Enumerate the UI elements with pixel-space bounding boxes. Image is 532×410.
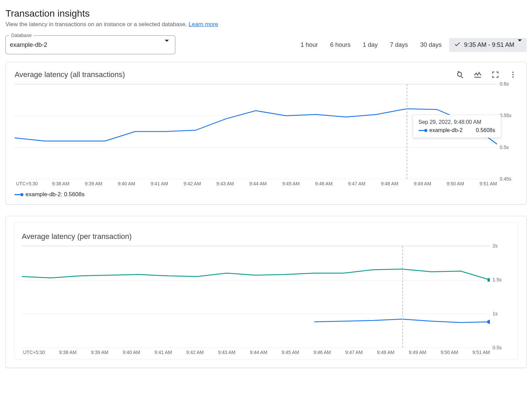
database-select[interactable]: Database example-db-2: [5, 35, 175, 54]
tooltip-series-name: example-db-2: [429, 127, 463, 133]
chevron-down-icon: [165, 42, 169, 48]
svg-rect-3: [487, 278, 490, 282]
y-tick: 1s: [493, 311, 498, 316]
x-tick: 9:45 AM: [282, 350, 299, 355]
chart-card-all-transactions: Average latency (all transactions): [5, 62, 527, 204]
legend-marker: [15, 194, 22, 195]
x-tick: 9:51 AM: [473, 350, 490, 355]
chart2-title: Average latency (per transaction): [22, 232, 510, 241]
x-tick: 9:45 AM: [282, 181, 300, 186]
chart1-title: Average latency (all transactions): [15, 70, 125, 79]
x-tick: 9:50 AM: [447, 181, 464, 186]
x-tick: 9:39 AM: [85, 181, 102, 186]
chart2-yaxis: 2s1.5s1s0.5s: [490, 246, 510, 348]
reset-zoom-icon[interactable]: [456, 70, 464, 79]
x-tick: 9:46 AM: [314, 350, 331, 355]
svg-point-2: [512, 76, 514, 78]
range-6hours[interactable]: 6 hours: [325, 38, 355, 52]
y-tick: 0.5s: [493, 345, 501, 350]
chart2-tz: UTC+5:30: [22, 350, 59, 355]
database-select-label: Database: [9, 33, 34, 38]
svg-point-0: [512, 72, 514, 73]
x-tick: 9:42 AM: [183, 181, 201, 186]
chart2-lines: [22, 246, 490, 348]
chart1-plot-area[interactable]: Sep 29, 2022, 9:48:00 AM example-db-2 0.…: [15, 84, 517, 179]
x-tick: 9:38 AM: [52, 181, 69, 186]
check-icon: [454, 41, 461, 49]
y-tick: 0.55s: [500, 113, 511, 118]
tooltip-series-marker: [419, 130, 426, 131]
x-tick: 9:44 AM: [249, 181, 267, 186]
y-tick: 0.5s: [500, 145, 509, 150]
range-custom[interactable]: 9:35 AM - 9:51 AM: [449, 38, 527, 52]
range-30days[interactable]: 30 days: [415, 38, 446, 52]
x-tick: 9:42 AM: [186, 350, 203, 355]
chart2-plot-area[interactable]: 2s1.5s1s0.5s: [22, 246, 510, 348]
x-tick: 9:40 AM: [123, 350, 140, 355]
chart1-cursor: [407, 84, 407, 179]
x-tick: 9:38 AM: [59, 350, 76, 355]
tooltip-time: Sep 29, 2022, 9:48:00 AM: [419, 119, 495, 125]
chevron-down-icon: [518, 41, 522, 49]
chart2-cursor: [402, 246, 403, 348]
y-tick: 0.45s: [500, 176, 511, 182]
svg-point-1: [512, 74, 514, 75]
subtitle-text: View the latency in transactions on an i…: [5, 21, 187, 27]
y-tick: 2s: [493, 243, 498, 248]
x-tick: 9:44 AM: [250, 350, 267, 355]
legend-text: example-db-2: 0.5608s: [25, 191, 85, 198]
x-tick: 9:51 AM: [480, 181, 497, 186]
range-custom-label: 9:35 AM - 9:51 AM: [464, 41, 514, 49]
x-tick: 9:47 AM: [348, 181, 365, 186]
x-tick: 9:49 AM: [414, 181, 431, 186]
learn-more-link[interactable]: Learn more: [189, 21, 218, 27]
svg-point-4: [487, 320, 490, 324]
database-select-value: example-db-2: [10, 41, 47, 49]
range-1hour[interactable]: 1 hour: [296, 38, 323, 52]
more-icon[interactable]: [509, 70, 517, 79]
page-title: Transaction insights: [5, 8, 527, 19]
x-tick: 9:43 AM: [218, 350, 235, 355]
x-tick: 9:40 AM: [118, 181, 135, 186]
x-tick: 9:41 AM: [155, 350, 172, 355]
x-tick: 9:50 AM: [441, 350, 458, 355]
x-tick: 9:47 AM: [345, 350, 362, 355]
chart-card-per-transaction-outer: Average latency (per transaction) 2s1.5s…: [5, 216, 527, 368]
y-tick: 0.6s: [500, 81, 509, 87]
x-tick: 9:46 AM: [315, 181, 333, 186]
range-7days[interactable]: 7 days: [385, 38, 413, 52]
x-tick: 9:48 AM: [381, 181, 398, 186]
range-1day[interactable]: 1 day: [358, 38, 383, 52]
x-tick: 9:39 AM: [91, 350, 108, 355]
chart-card-per-transaction: Average latency (per transaction) 2s1.5s…: [14, 222, 518, 359]
chart1-legend[interactable]: example-db-2: 0.5608s: [15, 191, 517, 198]
x-tick: 9:43 AM: [216, 181, 234, 186]
x-tick: 9:41 AM: [150, 181, 168, 186]
y-tick: 1.5s: [493, 277, 501, 282]
page-subtitle: View the latency in transactions on an i…: [5, 21, 527, 28]
chart1-tooltip: Sep 29, 2022, 9:48:00 AM example-db-2 0.…: [413, 115, 501, 138]
tooltip-value: 0.5608s: [476, 127, 495, 133]
x-tick: 9:49 AM: [409, 350, 426, 355]
fullscreen-icon[interactable]: [491, 70, 500, 79]
x-tick: 9:48 AM: [377, 350, 394, 355]
chart2-xaxis: UTC+5:30 9:38 AM9:39 AM9:40 AM9:41 AM9:4…: [22, 350, 510, 355]
legend-toggle-icon[interactable]: [473, 70, 482, 79]
chart1-tz: UTC+5:30: [15, 181, 52, 186]
time-range-row: 1 hour 6 hours 1 day 7 days 30 days 9:35…: [296, 38, 527, 52]
chart1-xaxis: UTC+5:30 9:38 AM9:39 AM9:40 AM9:41 AM9:4…: [15, 181, 517, 186]
